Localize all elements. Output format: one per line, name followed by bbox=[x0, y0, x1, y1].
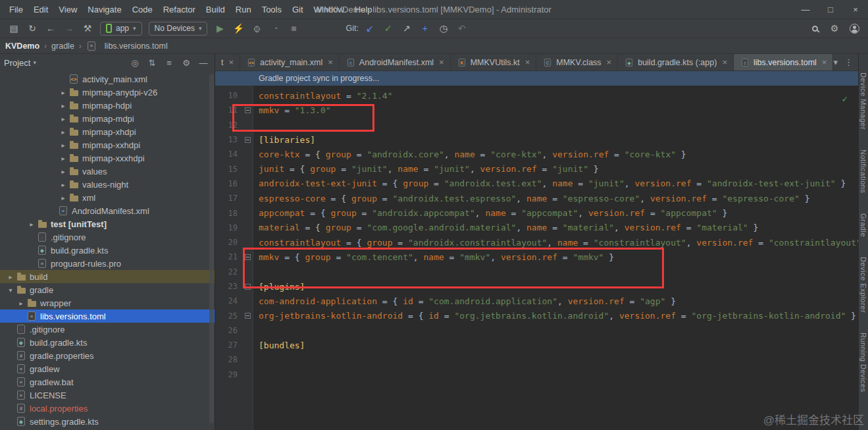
run-config-selector[interactable]: app ▾ bbox=[100, 22, 142, 36]
tool-button-running-devices[interactable]: Running Devices bbox=[859, 333, 867, 392]
hide-panel-icon[interactable]: ― bbox=[196, 56, 211, 69]
editor-line-10[interactable]: 10constraintlayout = "2.1.4" bbox=[215, 88, 858, 103]
tree-item-mipmap-xhdpi[interactable]: ▸mipmap-xhdpi bbox=[0, 125, 215, 138]
tree-item-settings-gradle-kts[interactable]: ◈settings.gradle.kts bbox=[0, 415, 215, 428]
fold-marker-icon[interactable] bbox=[245, 313, 251, 319]
tree-item-values-night[interactable]: ▸values-night bbox=[0, 178, 215, 191]
editor-line-28[interactable]: 28 bbox=[215, 352, 858, 367]
menu-help[interactable]: Help bbox=[349, 5, 378, 14]
run-button[interactable]: ▶ bbox=[211, 20, 228, 36]
editor-line-13[interactable]: 13[libraries] bbox=[215, 132, 858, 147]
code-editor[interactable]: 10constraintlayout = "2.1.4"11mmkv = "1.… bbox=[215, 86, 858, 430]
editor-line-16[interactable]: 16androidx-test-ext-junit = { group = "a… bbox=[215, 176, 858, 191]
editor-line-14[interactable]: 14core-ktx = { group = "androidx.core", … bbox=[215, 147, 858, 161]
git-push-icon[interactable]: ↗ bbox=[398, 20, 415, 36]
chevron-right-icon[interactable]: ▸ bbox=[58, 128, 68, 136]
close-tab-icon[interactable]: × bbox=[439, 57, 444, 67]
search-icon[interactable] bbox=[806, 20, 823, 36]
stop-icon[interactable]: ■ bbox=[285, 20, 302, 36]
chevron-right-icon[interactable]: ▸ bbox=[26, 221, 37, 228]
tree-item-proguard-rules-pro[interactable]: ≡proguard-rules.pro bbox=[0, 257, 215, 270]
hidden-tabs-chevron-icon[interactable]: ▾ bbox=[833, 57, 838, 67]
chevron-right-icon[interactable]: ▸ bbox=[58, 142, 68, 149]
debug-icon[interactable] bbox=[248, 20, 265, 36]
menu-code[interactable]: Code bbox=[127, 5, 158, 14]
editor-line-26[interactable]: 26 bbox=[215, 323, 858, 338]
panel-settings-gear-icon[interactable]: ⚙ bbox=[179, 56, 193, 69]
menu-build[interactable]: Build bbox=[201, 5, 230, 14]
tree-item-activity-main-xml[interactable]: <>activity_main.xml bbox=[0, 72, 215, 86]
chevron-right-icon[interactable]: ▸ bbox=[58, 155, 68, 162]
tree-item-gitignore[interactable]: ◌.gitignore bbox=[0, 323, 215, 336]
tree-item-test-unittest[interactable]: ▸test [unitTest] bbox=[0, 217, 215, 230]
editor-line-17[interactable]: 17espresso-core = { group = "androidx.te… bbox=[215, 191, 858, 205]
tree-item-license[interactable]: ≡LICENSE bbox=[0, 389, 215, 402]
git-history-icon[interactable]: ◷ bbox=[435, 20, 452, 36]
git-patch-icon[interactable]: + bbox=[417, 20, 434, 36]
close-tab-icon[interactable]: × bbox=[722, 57, 727, 67]
tab-build-gradle-kts-app[interactable]: ◈build.gradle.kts (:app)× bbox=[618, 54, 734, 70]
close-tab-icon[interactable]: × bbox=[525, 57, 530, 67]
profile-avatar-icon[interactable] bbox=[846, 20, 863, 36]
tool-button-device-manager[interactable]: Device Manager bbox=[859, 72, 867, 130]
options-menu-icon[interactable]: ≡ bbox=[162, 56, 176, 69]
menu-git[interactable]: Git bbox=[287, 5, 309, 14]
chevron-right-icon[interactable]: ▸ bbox=[58, 181, 68, 188]
editor-line-19[interactable]: 19material = { group = "com.google.andro… bbox=[215, 221, 858, 235]
editor-line-29[interactable]: 29 bbox=[215, 367, 858, 382]
more-options-icon[interactable]: ⋮ bbox=[844, 57, 853, 67]
tree-item-build-gradle-kts[interactable]: ◈build.gradle.kts bbox=[0, 244, 215, 257]
save-all-icon[interactable]: ▤ bbox=[5, 20, 22, 36]
menu-run[interactable]: Run bbox=[230, 5, 257, 14]
settings-gear-icon[interactable]: ⚙ bbox=[826, 20, 843, 36]
menu-tools[interactable]: Tools bbox=[257, 5, 287, 14]
tool-button-notifications[interactable]: Notifications bbox=[859, 149, 867, 193]
tree-item-mipmap-hdpi[interactable]: ▸mipmap-hdpi bbox=[0, 99, 215, 112]
tree-item-gradle[interactable]: ▾gradle bbox=[0, 283, 215, 296]
chevron-right-icon[interactable]: ▸ bbox=[58, 89, 68, 96]
tree-item-mipmap-xxxhdpi[interactable]: ▸mipmap-xxxhdpi bbox=[0, 151, 215, 165]
tree-item-mipmap-anydpi-v26[interactable]: ▸mipmap-anydpi-v26 bbox=[0, 86, 215, 99]
sync-icon[interactable]: ↻ bbox=[24, 20, 41, 36]
editor-line-25[interactable]: 25org-jetbrains-kotlin-android = { id = … bbox=[215, 308, 858, 323]
chevron-right-icon[interactable]: ▸ bbox=[58, 102, 68, 109]
tree-item-local-properties[interactable]: #local.properties bbox=[0, 402, 215, 415]
chevron-down-icon[interactable]: ▾ bbox=[5, 286, 16, 294]
close-window-icon[interactable]: × bbox=[843, 0, 868, 18]
close-tab-icon[interactable]: × bbox=[607, 57, 612, 67]
maximize-icon[interactable]: □ bbox=[818, 0, 843, 18]
chevron-right-icon[interactable]: ▸ bbox=[58, 168, 68, 175]
breadcrumb-item-libs-versions-toml[interactable]: libs.versions.toml bbox=[105, 41, 168, 51]
breadcrumb-item-kvdemo[interactable]: KVDemo bbox=[5, 41, 39, 51]
tab-androidmanifest-xml[interactable]: ≡AndroidManifest.xml× bbox=[340, 54, 451, 70]
close-tab-icon[interactable]: × bbox=[228, 57, 234, 67]
close-tab-icon[interactable]: × bbox=[328, 57, 333, 67]
tree-item-wrapper[interactable]: ▸wrapper bbox=[0, 296, 215, 309]
chevron-right-icon[interactable]: ▸ bbox=[16, 300, 26, 307]
tab-activity-main-xml[interactable]: <>activity_main.xml× bbox=[240, 54, 340, 70]
project-tree-scrollbar[interactable] bbox=[209, 74, 214, 423]
back-icon[interactable]: ← bbox=[42, 20, 59, 36]
tree-item-values[interactable]: ▸values bbox=[0, 165, 215, 178]
tree-item-gradlew[interactable]: ≡gradlew bbox=[0, 362, 215, 375]
editor-line-24[interactable]: 24com-android-application = { id = "com.… bbox=[215, 294, 858, 308]
git-rollback-icon[interactable]: ↶ bbox=[453, 20, 471, 36]
menu-navigate[interactable]: Navigate bbox=[82, 5, 126, 14]
close-tab-icon[interactable]: × bbox=[822, 57, 827, 67]
chevron-right-icon[interactable]: ▸ bbox=[58, 115, 68, 122]
chevron-right-icon[interactable]: ▸ bbox=[5, 273, 16, 281]
tree-item-build[interactable]: ▸build bbox=[0, 270, 215, 283]
editor-line-15[interactable]: 15junit = { group = "junit", name = "jun… bbox=[215, 161, 858, 176]
chevron-right-icon[interactable]: ▸ bbox=[58, 194, 68, 202]
tab-libs-versions-toml[interactable]: ≡libs.versions.toml× bbox=[734, 54, 833, 70]
tree-item-xml[interactable]: ▸xml bbox=[0, 191, 215, 204]
breadcrumb-item-gradle[interactable]: gradle bbox=[51, 41, 74, 51]
expand-collapse-icon[interactable]: ⇅ bbox=[145, 56, 159, 69]
menu-window[interactable]: Window bbox=[309, 5, 349, 14]
tree-item-libs-versions-toml[interactable]: ≡libs.versions.toml bbox=[0, 309, 215, 323]
tree-item-androidmanifest-xml[interactable]: ≡AndroidManifest.xml bbox=[0, 204, 215, 217]
forward-icon[interactable]: → bbox=[61, 20, 78, 36]
menu-refactor[interactable]: Refactor bbox=[158, 5, 201, 14]
tree-item-build-gradle-kts[interactable]: ◈build.gradle.kts bbox=[0, 336, 215, 349]
menu-file[interactable]: File bbox=[4, 5, 28, 14]
